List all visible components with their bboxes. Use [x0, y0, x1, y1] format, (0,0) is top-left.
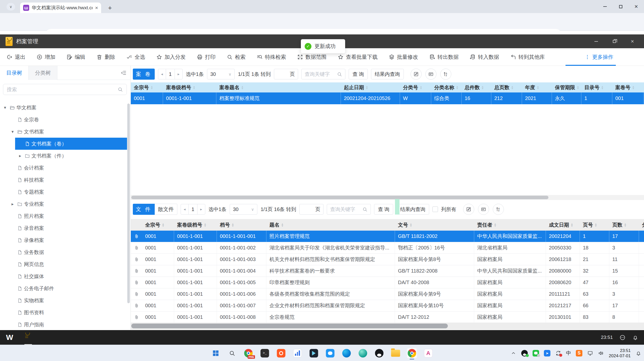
keyword-input[interactable]: 查询关键字: [327, 204, 371, 215]
taskbar-search-icon[interactable]: [227, 348, 237, 358]
sort-arrows-icon[interactable]: ▲▼: [494, 223, 497, 227]
tree-item[interactable]: ▸文书档案（件）: [0, 150, 127, 162]
current-page[interactable]: 1: [188, 204, 197, 214]
card-view-icon[interactable]: [478, 204, 489, 215]
sort-az-icon[interactable]: [493, 204, 504, 215]
app-minimize-button[interactable]: [587, 34, 605, 48]
column-header[interactable]: 页数▲▼: [609, 219, 639, 231]
lams-logo[interactable]: W: [6, 333, 13, 342]
tree-item[interactable]: 全宗卷: [0, 114, 127, 126]
page-size-select[interactable]: 30∨: [207, 69, 235, 79]
sort-az-icon[interactable]: [440, 69, 451, 80]
tree-caret-icon[interactable]: ▸: [10, 201, 16, 207]
sort-arrows-icon[interactable]: ▲▼: [456, 85, 459, 89]
tray-qq-icon[interactable]: [521, 350, 528, 356]
list-all-checkbox[interactable]: [432, 207, 438, 212]
column-header[interactable]: 责任者▲▼: [474, 219, 546, 231]
tab-loose-file[interactable]: 散文件: [155, 204, 177, 215]
tray-volume-icon[interactable]: [598, 350, 604, 356]
browser-minimize-button[interactable]: [597, 0, 613, 13]
ime-indicator[interactable]: 中: [566, 350, 571, 356]
sort-arrows-icon[interactable]: ▲▼: [577, 85, 579, 89]
sort-arrows-icon[interactable]: ▲▼: [162, 223, 165, 227]
toolbar-plus-button[interactable]: 增加: [36, 54, 55, 61]
toolbar-dbout-button[interactable]: 转出数据: [429, 54, 459, 61]
sort-arrows-icon[interactable]: ▲▼: [420, 85, 422, 89]
sort-arrows-icon[interactable]: ▲▼: [241, 85, 244, 89]
tab-catalog-tree[interactable]: 目录树: [0, 66, 29, 80]
tree-caret-icon[interactable]: ▾: [2, 105, 8, 110]
notification-bell-icon[interactable]: [635, 350, 641, 356]
column-header[interactable]: 案卷级档号▲▼: [174, 219, 217, 231]
column-header[interactable]: 起止日期▲▼: [341, 82, 400, 92]
dark-media-app-icon[interactable]: [309, 348, 319, 358]
chart-app-icon[interactable]: [293, 348, 303, 358]
tree-item[interactable]: 科技档案: [0, 174, 127, 186]
start-button[interactable]: [211, 348, 221, 358]
terminal-icon[interactable]: >_: [260, 348, 270, 358]
tree-item[interactable]: 文书档案（卷）: [15, 138, 127, 150]
tree-item[interactable]: 专题档案: [0, 186, 127, 198]
table-row[interactable]: 00010001-1-0010001-1-001-003机关文件材料归档范围和文…: [131, 254, 644, 265]
scroll-thumb[interactable]: [131, 196, 548, 199]
toolbar-layers-button[interactable]: 批量修改: [389, 54, 418, 61]
tab-close-icon[interactable]: ×: [95, 5, 98, 11]
edge-icon[interactable]: [342, 348, 352, 358]
chrome-canary-icon[interactable]: PRE: [244, 348, 254, 358]
tree-item[interactable]: ▾华文档案: [0, 101, 127, 114]
tree-item[interactable]: ▸专业档案: [0, 198, 127, 210]
collapse-sidebar-icon[interactable]: [116, 66, 131, 80]
card-view-icon[interactable]: [425, 69, 436, 80]
query-button[interactable]: 查 询: [374, 204, 393, 215]
sort-arrows-icon[interactable]: ▲▼: [571, 223, 573, 227]
sort-arrows-icon[interactable]: ▲▼: [281, 223, 284, 227]
tree-item[interactable]: 实物档案: [0, 294, 127, 306]
tree-item[interactable]: ▾文书档案: [0, 126, 127, 138]
query-button[interactable]: 查 询: [349, 69, 368, 79]
tree-item[interactable]: 图书资料: [0, 306, 127, 319]
tree-item[interactable]: 录音档案: [0, 222, 127, 234]
column-header[interactable]: 页号▲▼: [580, 219, 609, 231]
column-header[interactable]: 保管期限▲▼: [552, 82, 581, 92]
column-header[interactable]: 案卷号▲▼: [612, 82, 643, 92]
sort-arrows-icon[interactable]: ▲▼: [150, 85, 153, 89]
sort-arrows-icon[interactable]: ▲▼: [231, 223, 234, 227]
page-size-select[interactable]: 30∨: [230, 204, 257, 215]
app-close-button[interactable]: ×: [623, 34, 641, 48]
file-h-scrollbar[interactable]: [131, 323, 644, 330]
tree-item[interactable]: 公务电子邮件: [0, 282, 127, 294]
table-row[interactable]: 00010001-1-0010001-1-001-004科学技术档案案卷的一般要…: [131, 265, 644, 277]
edit-columns-icon[interactable]: [463, 204, 474, 215]
toolbar-trash-button[interactable]: 删除: [96, 54, 115, 61]
tree-item[interactable]: 录像档案: [0, 234, 127, 246]
sort-arrows-icon[interactable]: ▲▼: [601, 85, 604, 89]
sort-arrows-icon[interactable]: ▲▼: [204, 223, 207, 227]
more-actions-button[interactable]: 更多操作: [585, 48, 613, 66]
scroll-thumb[interactable]: [131, 324, 448, 328]
toolbar-exit-button[interactable]: 退出: [7, 54, 25, 61]
goto-page-input[interactable]: 页: [299, 204, 324, 215]
result-query-button[interactable]: 结果内查询: [396, 204, 429, 215]
toolbar-check-button[interactable]: 全选: [126, 54, 145, 61]
tray-sogou-icon[interactable]: S: [576, 350, 582, 356]
tab-classification-tree[interactable]: 分类树: [29, 66, 57, 80]
toolbar-search-button[interactable]: 检索: [227, 54, 246, 61]
tree-item[interactable]: 会计档案: [0, 162, 127, 174]
column-header[interactable]: 总页数▲▼: [491, 82, 522, 92]
sort-arrows-icon[interactable]: ▲▼: [624, 223, 627, 227]
column-header[interactable]: 目录号▲▼: [581, 82, 612, 92]
tab-search-chevron-icon[interactable]: ∨: [7, 3, 15, 11]
tree-item[interactable]: 照片档案: [0, 210, 127, 222]
column-header[interactable]: 成文日期▲▼: [546, 219, 580, 231]
sort-arrows-icon[interactable]: ▲▼: [481, 85, 484, 89]
messenger-app-icon[interactable]: [325, 348, 335, 358]
sort-arrows-icon[interactable]: ▲▼: [410, 223, 412, 227]
qq-icon[interactable]: [374, 348, 384, 358]
browser-maximize-button[interactable]: [613, 0, 628, 13]
toolbar-print-button[interactable]: 打印: [197, 54, 216, 61]
column-header[interactable]: 文号▲▼: [395, 219, 474, 231]
tab-file[interactable]: 文 件: [133, 204, 155, 215]
column-header[interactable]: 案卷级档号▲▼: [163, 82, 216, 92]
column-header[interactable]: 全宗号▲▼: [131, 82, 163, 92]
edit-columns-icon[interactable]: [411, 69, 422, 80]
